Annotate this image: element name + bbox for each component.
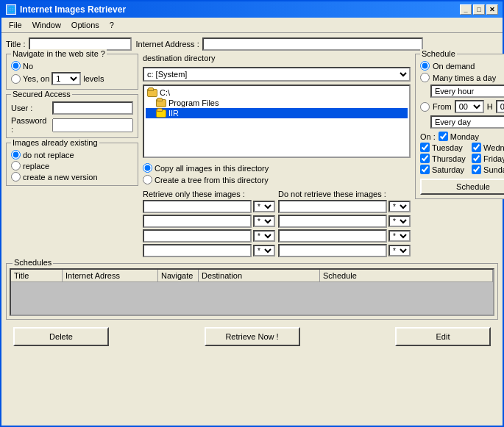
password-row: Password : [11, 116, 133, 134]
edit-button[interactable]: Edit [395, 327, 491, 346]
navigate-title: Navigate in the web site ? [11, 49, 107, 58]
center-panel: destination directory c: [System] C:\ [143, 54, 411, 257]
secured-title: Secured Access [11, 90, 72, 98]
from-label: From [433, 102, 452, 111]
schedules-section: Schedules Title Internet Adress Navigate… [6, 263, 498, 320]
tree-item-c[interactable]: C:\ [146, 87, 408, 98]
tree-item-iir[interactable]: IIR [146, 108, 408, 118]
title-bar: 🌐 Internet Images Retriever _ □ ✕ [1, 1, 503, 18]
images-existing-title: Images already existing [11, 138, 99, 147]
password-input[interactable] [52, 118, 133, 132]
main-content: Title : Internet Address : Navigate in t… [1, 33, 503, 426]
app-icon: 🌐 [6, 4, 16, 15]
navigate-radio-group: No Yes, on 123 levels [11, 61, 133, 85]
table-body [11, 282, 493, 316]
copy-all-radio[interactable] [143, 163, 152, 173]
retrieve-input-2[interactable] [143, 215, 252, 228]
from-h-select[interactable]: 00010612 [455, 100, 484, 113]
schedules-label: Schedules [13, 258, 53, 267]
retrieve-sel-2[interactable]: * [253, 215, 275, 227]
retrieve-input-3[interactable] [143, 229, 252, 243]
replace-label: replace [23, 162, 49, 171]
address-label: Internet Address : [136, 40, 199, 49]
user-input[interactable] [52, 101, 133, 115]
create-new-version-radio[interactable] [11, 172, 21, 182]
not-retrieve-sel-3[interactable]: * [388, 230, 411, 242]
day-select[interactable]: Every day Weekdays Weekend [430, 115, 504, 129]
many-times-radio[interactable] [420, 73, 430, 82]
internet-address-input[interactable] [202, 37, 423, 51]
do-not-replace-radio[interactable] [11, 150, 21, 159]
menu-window[interactable]: Window [28, 19, 65, 31]
schedule-group: Schedule On demand Many times a day [415, 54, 504, 199]
menu-options[interactable]: Options [67, 19, 104, 31]
tree-item-programfiles[interactable]: Program Files [146, 98, 408, 108]
on-demand-label: On demand [433, 62, 475, 71]
thursday-check[interactable] [420, 154, 430, 163]
schedules-table-area: Title Internet Adress Navigate Destinati… [10, 268, 494, 316]
on-demand-row: On demand [420, 61, 504, 71]
tuesday-row: Tuesday [420, 143, 470, 152]
schedule-button[interactable]: Schedule [420, 179, 504, 195]
wednesday-check[interactable] [472, 143, 481, 152]
sunday-row: Sunday [472, 165, 504, 174]
create-new-version-label: create a new version [23, 173, 98, 182]
saturday-check[interactable] [420, 165, 430, 174]
not-retrieve-input-2[interactable] [278, 215, 387, 228]
not-retrieve-input-4[interactable] [278, 244, 387, 257]
delete-button[interactable]: Delete [13, 327, 109, 346]
from-m-select[interactable]: 00153045 [496, 100, 504, 113]
maximize-button[interactable]: □ [473, 4, 485, 15]
navigate-no-radio[interactable] [11, 61, 21, 71]
folder-icon-iir [156, 110, 166, 118]
close-button[interactable]: ✕ [486, 4, 498, 15]
sunday-check[interactable] [472, 165, 481, 174]
replace-radio[interactable] [11, 161, 21, 171]
retrieve-sel-3[interactable]: * [253, 230, 275, 242]
navigate-group: Navigate in the web site ? No Yes, on 12… [6, 54, 138, 90]
menu-bar: File Window Options ? [1, 18, 503, 33]
user-row: User : [11, 101, 133, 115]
friday-check[interactable] [472, 154, 481, 163]
from-radio[interactable] [420, 102, 430, 112]
tree-item-pf-label: Program Files [168, 98, 219, 107]
not-retrieve-sel-1[interactable]: * [388, 201, 411, 212]
col-dest-header: Destination [199, 270, 320, 281]
title-bar-buttons: _ □ ✕ [460, 4, 498, 15]
retrieve-input-1[interactable] [143, 200, 252, 213]
monday-check[interactable] [439, 132, 448, 141]
navigate-yes-radio[interactable] [11, 74, 21, 84]
not-retrieve-input-3[interactable] [278, 229, 387, 243]
frequency-select[interactable]: Every hour Every 2 hours Every 4 hours E… [430, 85, 504, 98]
wednesday-label: Wednesday [483, 143, 504, 152]
levels-select[interactable]: 123 [52, 72, 81, 85]
on-demand-radio[interactable] [420, 61, 430, 71]
retrieve-sel-1[interactable]: * [253, 201, 275, 212]
tree-item-iir-label: IIR [168, 109, 179, 118]
not-retrieve-row-3: * [278, 229, 411, 243]
many-times-label: Many times a day [433, 73, 496, 82]
sunday-label: Sunday [483, 165, 504, 174]
retrieve-sel-4[interactable]: * [253, 245, 275, 256]
not-retrieve-sel-2[interactable]: * [388, 215, 411, 227]
retrieve-now-button[interactable]: Retrieve Now ! [205, 327, 300, 346]
menu-help[interactable]: ? [105, 19, 118, 31]
retrieve-filter-group: Retrieve only these images : * * [143, 190, 275, 257]
from-row: From 00010612 H 00153045 [420, 100, 504, 113]
retrieve-row-3: * [143, 229, 275, 243]
title-label: Title : [6, 40, 26, 49]
not-retrieve-input-1[interactable] [278, 200, 387, 213]
navigate-no-label: No [23, 62, 33, 71]
minimize-button[interactable]: _ [460, 4, 472, 15]
table-header: Title Internet Adress Navigate Destinati… [11, 270, 493, 282]
schedule-title: Schedule [420, 49, 457, 58]
create-tree-radio[interactable] [143, 175, 152, 184]
directory-dropdown[interactable]: c: [System] [143, 67, 411, 82]
not-retrieve-sel-4[interactable]: * [388, 245, 411, 256]
left-panel: Navigate in the web site ? No Yes, on 12… [6, 54, 138, 257]
menu-file[interactable]: File [4, 19, 26, 31]
tuesday-check[interactable] [420, 143, 430, 152]
col-iaddr-header: Internet Adress [63, 270, 158, 281]
retrieve-input-4[interactable] [143, 244, 252, 257]
tuesday-label: Tuesday [432, 143, 463, 152]
